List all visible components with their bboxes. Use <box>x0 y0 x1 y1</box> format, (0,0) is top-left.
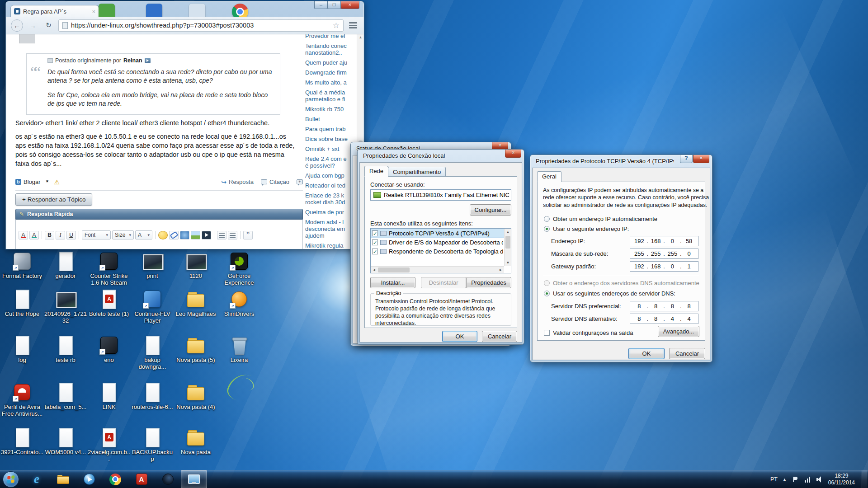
desktop-icon[interactable]: 1120 <box>175 251 217 279</box>
taskbar-button-chrome[interactable] <box>102 470 128 488</box>
install-button[interactable]: Instalar... <box>370 277 415 288</box>
color-dropdown[interactable]: A▾ <box>135 230 152 239</box>
scroll-down-icon[interactable]: ▼ <box>505 259 511 266</box>
desktop-icon[interactable]: ↗SlimDrivers <box>218 289 260 317</box>
desktop-icon[interactable]: ↗Perfil de Avira Free Antivirus... <box>1 382 43 417</box>
checkbox-icon[interactable]: ✓ <box>372 249 378 254</box>
address-bar[interactable]: https://under-linux.org/showthread.php?p… <box>58 19 344 32</box>
sidebar-link[interactable]: Qual é a médiaparmetalico e fi <box>305 89 356 103</box>
remove-format-icon[interactable]: A <box>29 231 39 239</box>
sidebar-link[interactable]: Downgrade firm <box>305 69 356 76</box>
ok-button[interactable]: OK <box>442 331 477 342</box>
sidebar-link[interactable]: Provedor me ef <box>305 34 356 39</box>
sidebar-link[interactable]: Ms muito alto, a <box>305 79 356 86</box>
desktop-icon[interactable]: Leo Magalhães <box>175 289 217 317</box>
sidebar-link[interactable]: Quem puder aju <box>305 59 356 66</box>
desktop-icon[interactable]: log <box>1 335 43 363</box>
close-button[interactable]: × <box>340 1 359 9</box>
connection-item[interactable]: ✓Protocolo TCP/IP Versão 4 (TCP/IPv4) <box>371 229 504 238</box>
desktop-icon[interactable]: tabela_com_5... <box>44 382 87 410</box>
scrollbar-thumb[interactable] <box>505 236 510 249</box>
desktop-icon[interactable]: Nova pasta (5) <box>175 335 217 363</box>
start-button[interactable] <box>3 471 19 488</box>
tab-geral[interactable]: Geral <box>537 171 561 182</box>
uninstall-button[interactable]: Desinstalar <box>421 277 466 288</box>
sidebar-link[interactable]: Ajuda com bgp <box>305 172 356 179</box>
ip-address-input[interactable]: 255.255.255.0 <box>630 249 698 259</box>
ip-address-input[interactable]: 192.168.0.58 <box>630 236 698 246</box>
checkbox-icon[interactable]: ✓ <box>372 239 378 245</box>
desktop-icon[interactable]: routeros-tile-6... <box>131 382 174 410</box>
scroll-left-icon[interactable]: ◄ <box>371 267 377 273</box>
video-icon[interactable] <box>202 231 211 239</box>
image-icon[interactable] <box>191 231 200 239</box>
vertical-scrollbar[interactable]: ▲ ▼ <box>504 229 511 266</box>
show-desktop-button[interactable] <box>862 470 867 488</box>
taskbar-button-dark[interactable] <box>155 470 181 488</box>
sidebar-link[interactable]: Omnitik + sxt <box>305 145 356 152</box>
dns-address-input[interactable]: 8.8.4.4 <box>630 314 698 324</box>
font-dropdown[interactable]: Font▾ <box>82 230 111 239</box>
sidebar-link[interactable]: Tentando conecnanostation2.. <box>305 42 356 56</box>
sidebar-link[interactable]: Roteador oi ted <box>305 182 356 189</box>
sidebar-link[interactable]: Dica sobre base <box>305 136 356 142</box>
scroll-right-icon[interactable]: ► <box>497 267 504 273</box>
close-button[interactable]: × <box>693 155 709 163</box>
validate-checkbox[interactable]: Validar configurações na saída <box>544 329 633 336</box>
desktop-icon[interactable]: WOM5000 v4... <box>44 427 87 455</box>
clock[interactable]: 18:29 06/11/2014 <box>828 473 855 486</box>
desktop-icon[interactable]: ↗Format Factory <box>1 251 43 279</box>
quote-icon[interactable] <box>243 231 253 239</box>
bookmark-star-icon[interactable]: ☆ <box>333 21 340 30</box>
properties-button[interactable]: Propriedades <box>466 277 511 288</box>
view-post-icon[interactable] <box>145 58 151 63</box>
scroll-up-icon[interactable]: ▲ <box>357 34 363 41</box>
tab-close-icon[interactable]: × <box>92 8 95 15</box>
maximize-button[interactable]: □ <box>327 1 341 9</box>
advanced-button[interactable]: Avançado... <box>658 326 699 337</box>
dns-address-input[interactable]: 8.8.8.8 <box>630 301 698 311</box>
taskbar-button-adobe[interactable]: A <box>128 470 155 488</box>
desktop-icon[interactable]: LINK <box>88 382 130 410</box>
desktop-icon[interactable]: teste rb <box>44 335 87 363</box>
sidebar-link[interactable]: Bullet <box>305 116 356 122</box>
minimize-button[interactable]: – <box>314 1 328 9</box>
sidebar-link[interactable]: Para quem trab <box>305 126 356 132</box>
desktop-icon[interactable]: ↗Continue-FLV Player <box>131 289 174 324</box>
radio-auto-ip[interactable]: Obter um endereço IP automaticamente <box>544 216 657 222</box>
ok-button[interactable]: OK <box>628 348 665 359</box>
tab-rede[interactable]: Rede <box>364 166 388 177</box>
desktop-icon[interactable]: ABoleto teste (1) <box>88 289 130 317</box>
smiley-icon[interactable] <box>158 231 168 239</box>
multiquote-icon[interactable]: + <box>297 179 303 184</box>
taskbar-button-mp[interactable] <box>76 470 102 488</box>
cancel-button[interactable]: Cancelar <box>482 331 517 342</box>
quick-reply-editor[interactable]: AABIUFont▾Size▾A▾ <box>15 220 303 249</box>
tab-compartilhamento[interactable]: Compartilhamento <box>388 167 446 177</box>
connection-item[interactable]: ✓Respondente de Descoberta de Topologia … <box>371 247 504 256</box>
taskbar-button-exp[interactable] <box>50 470 76 488</box>
font-color-icon[interactable]: A <box>19 231 28 239</box>
browser-menu-icon[interactable] <box>347 21 359 30</box>
configure-button[interactable]: Configurar... <box>470 204 511 216</box>
desktop-icon[interactable]: gerador <box>44 251 87 279</box>
desktop-icon[interactable]: Lixeira <box>218 335 260 363</box>
report-icon[interactable]: ⚠ <box>54 178 60 186</box>
back-button[interactable]: ← <box>11 19 23 32</box>
desktop-icon[interactable]: Nova pasta (4) <box>175 382 217 410</box>
scroll-up-icon[interactable]: ▲ <box>505 229 511 235</box>
ordered-list-icon[interactable] <box>217 231 226 239</box>
blog-link[interactable]: b Blogar <box>15 178 41 185</box>
volume-icon[interactable] <box>816 476 823 483</box>
help-button[interactable]: ? <box>680 155 693 163</box>
sidebar-link[interactable]: Enlace de 23 krocket dish 30d <box>305 192 356 206</box>
connection-items-list[interactable]: ✓Protocolo TCP/IP Versão 4 (TCP/IPv4)✓Dr… <box>370 228 511 273</box>
radio-auto-dns[interactable]: Obter o endereço dos servidores DNS auto… <box>544 280 699 286</box>
reply-to-topic-button[interactable]: + Responder ao Tópico <box>15 193 92 206</box>
subscribe-icon[interactable]: * <box>46 178 49 186</box>
ip-address-input[interactable]: 192.168.0.1 <box>630 261 698 272</box>
desktop-icon[interactable]: Nova pasta <box>175 427 217 455</box>
sidebar-link[interactable]: Mikrotik rb 750 <box>305 106 356 113</box>
forward-button[interactable]: → <box>27 19 39 32</box>
close-button[interactable]: × <box>505 150 521 158</box>
